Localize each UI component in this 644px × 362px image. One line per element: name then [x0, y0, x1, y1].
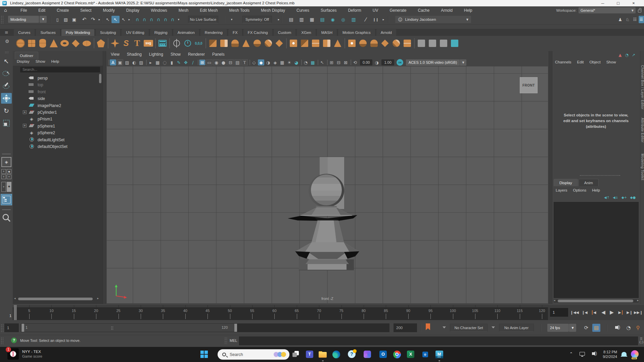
character-set-field[interactable]: No Character Set: [450, 324, 488, 332]
chrome-taskbar-icon[interactable]: [392, 350, 402, 359]
menu-windows[interactable]: Windows: [145, 6, 173, 14]
bookmark-icon[interactable]: [426, 323, 430, 330]
channel-box-menu-channels[interactable]: Channels: [555, 60, 571, 64]
shelf-tab-mash[interactable]: MASH: [317, 29, 337, 36]
measure-icon[interactable]: [438, 37, 449, 50]
boolean-union-icon[interactable]: [240, 37, 251, 50]
sculpt-icon[interactable]: [368, 37, 379, 50]
maya-taskbar-icon[interactable]: MAYA: [434, 350, 444, 359]
mute-audio-icon[interactable]: [615, 326, 617, 329]
quad-draw-icon[interactable]: [321, 37, 332, 50]
shelf-tab-motion-graphics[interactable]: Motion Graphics: [338, 29, 375, 36]
mel-label[interactable]: MEL: [230, 339, 237, 343]
expand-icon[interactable]: +: [23, 124, 27, 127]
extrude-icon[interactable]: [288, 37, 299, 50]
exposure-field[interactable]: 0.00: [360, 59, 372, 65]
menu-select[interactable]: Select: [75, 6, 97, 14]
aa-icon[interactable]: ▩: [310, 59, 316, 65]
shelf-gear-icon[interactable]: ⚙: [5, 39, 9, 44]
viewport-menu-show[interactable]: Show: [171, 52, 181, 57]
anim-end-field[interactable]: 200: [394, 323, 417, 332]
separate-icon[interactable]: [218, 37, 229, 50]
section-arrow-icon[interactable]: ▸: [97, 16, 101, 23]
paint-effects-icon[interactable]: ⁄: [362, 16, 369, 23]
outliner-item-pSphere1[interactable]: +pSphere1: [13, 122, 103, 129]
outlook-lite-taskbar-icon[interactable]: o: [420, 350, 430, 359]
shaded-mode-icon[interactable]: ◆: [258, 59, 264, 65]
section-arrow-icon[interactable]: ▸: [127, 16, 131, 23]
exposure-reset-icon[interactable]: ⟲: [352, 59, 358, 65]
shelf-tab-poly-modeling[interactable]: Poly Modeling: [61, 29, 95, 36]
play-forwards-button[interactable]: ▶: [607, 308, 616, 317]
menu-file[interactable]: File: [15, 6, 33, 14]
average-icon[interactable]: [402, 37, 413, 50]
pawn-model[interactable]: [283, 154, 370, 275]
key-icon[interactable]: ▲: [618, 53, 622, 57]
film-gate-icon[interactable]: ▭: [206, 59, 213, 65]
safe-action-icon[interactable]: ▤: [234, 59, 241, 65]
anim-layer-dropdown-icon[interactable]: [492, 326, 495, 328]
scale-tool[interactable]: [1, 118, 12, 128]
move-layer-up-icon[interactable]: ◀↑: [603, 195, 610, 200]
graph-icon[interactable]: ↗: [632, 53, 635, 57]
shelf-menu-icon[interactable]: ≡: [5, 30, 11, 35]
outliner-menu-display[interactable]: Display: [17, 59, 30, 63]
range-end-handle[interactable]: [234, 324, 237, 332]
menu-deform[interactable]: Deform: [342, 6, 367, 14]
layout-four-pane-c-button[interactable]: +: [1, 174, 6, 179]
current-frame-field[interactable]: 1: [550, 308, 568, 317]
menu-create[interactable]: Create: [51, 6, 75, 14]
tray-chevron-icon[interactable]: ⌃: [569, 352, 573, 356]
outliner-item-imagePlane2[interactable]: imagePlane2: [13, 102, 103, 109]
snap-point-icon[interactable]: ∩: [148, 16, 155, 23]
scroll-left-arrow-icon[interactable]: ◂: [14, 297, 16, 300]
channel-box-menu-show[interactable]: Show: [606, 60, 616, 64]
viewport-menu-panels[interactable]: Panels: [212, 52, 225, 57]
sculpt-workspace-icon[interactable]: ♟: [616, 16, 624, 23]
boolean-diff-icon[interactable]: [251, 37, 263, 50]
mode-selector-arrow[interactable]: ▼: [39, 16, 47, 23]
menu-modify[interactable]: Modify: [97, 6, 120, 14]
layout-two-pane-right-button[interactable]: ◆: [7, 182, 11, 192]
layer-editor-menu-help[interactable]: Help: [592, 188, 600, 192]
dock-right-icon[interactable]: ☰: [639, 16, 644, 23]
outliner-search-input[interactable]: Search...: [20, 67, 100, 72]
viewport-texture-icon[interactable]: ▨: [138, 59, 144, 65]
shelf-tab-xgen[interactable]: XGen: [296, 29, 316, 36]
menu-edit-mesh[interactable]: Edit Mesh: [194, 6, 223, 14]
range-slider[interactable]: 1 120: [21, 323, 389, 332]
select-tool[interactable]: ↖: [1, 56, 12, 66]
channel-box-menu-edit[interactable]: Edit: [577, 60, 584, 64]
look-dev-icon[interactable]: ◎: [339, 16, 347, 23]
pan-zoom-icon[interactable]: ✥: [183, 59, 189, 65]
target-weld-icon[interactable]: [346, 37, 357, 50]
shelf-tab-animation[interactable]: Animation: [173, 29, 199, 36]
shelf-tab-surfaces[interactable]: Surfaces: [36, 29, 60, 36]
animation-prefs-icon[interactable]: ◔: [625, 324, 633, 332]
poly-plane-icon[interactable]: [70, 37, 81, 50]
viewport-bookmark-set-icon[interactable]: ▨: [124, 59, 130, 65]
bevel-icon[interactable]: [299, 37, 310, 50]
redo-icon[interactable]: ↷: [89, 16, 97, 23]
viewport-panel[interactable]: ViewShadingLightingShowRendererPanels A▣…: [106, 51, 549, 304]
pencil-a-icon[interactable]: [416, 37, 427, 50]
outliner-item-top[interactable]: top: [13, 81, 103, 88]
step-back-key-button[interactable]: ┃◀: [589, 308, 598, 317]
hypershade-icon[interactable]: ▥: [350, 16, 357, 23]
poly-cone-icon[interactable]: [48, 37, 59, 50]
snap-projected-center-icon[interactable]: ∩: [155, 16, 162, 23]
user-account-button[interactable]: ☺Lindsey Jacobsen▼: [395, 15, 471, 23]
viewport-menu-view[interactable]: View: [111, 52, 120, 57]
section-arrow-icon[interactable]: ▸: [277, 16, 281, 23]
menu-display[interactable]: Display: [121, 6, 145, 14]
layer-editor-menu-options[interactable]: Options: [573, 188, 587, 192]
modeling-toolkit-icon[interactable]: [157, 37, 168, 50]
outliner-item-front[interactable]: front: [13, 88, 103, 95]
symmetry-arrow[interactable]: ▾: [230, 16, 234, 23]
poly-torus-icon[interactable]: [59, 37, 70, 50]
move-tool[interactable]: [1, 93, 12, 104]
layout-four-pane-b-button[interactable]: ◆: [7, 169, 11, 174]
gamma-field[interactable]: 1.00: [381, 59, 394, 65]
viewport-frame-icon[interactable]: ▣: [117, 59, 123, 65]
light-editor-icon[interactable]: ◉: [329, 16, 336, 23]
